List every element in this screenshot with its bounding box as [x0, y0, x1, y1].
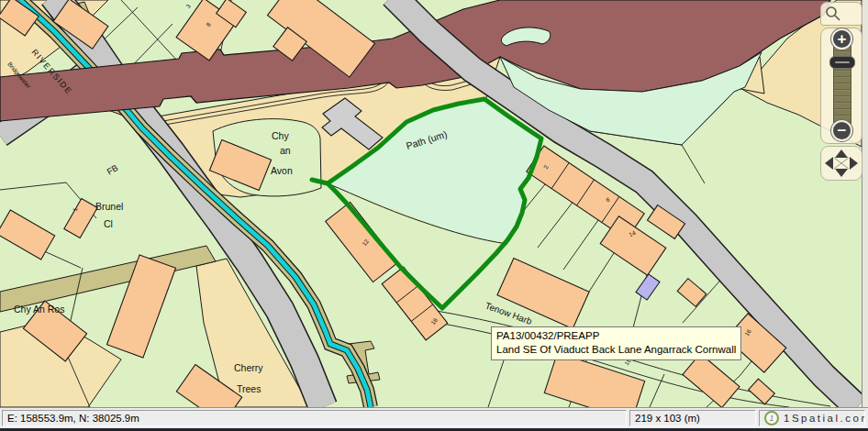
- zoom-slider-handle[interactable]: [829, 56, 855, 69]
- pan-down-button[interactable]: [835, 169, 848, 177]
- label-trees: Trees: [237, 383, 261, 394]
- pan-right-button[interactable]: [850, 157, 858, 170]
- label-an: an: [280, 145, 291, 156]
- map-extent: 219 x 103 (m): [629, 410, 756, 426]
- zoom-out-button[interactable]: −: [831, 120, 852, 141]
- cursor-coordinates: E: 158553.9m, N: 38025.9m: [2, 410, 627, 426]
- label-brunel: Brunel: [95, 201, 123, 212]
- tooltip-application-address: Land SE Of Viaduct Back Lane Angarrack C…: [496, 343, 736, 357]
- label-brunel-cl: Cl: [104, 218, 113, 229]
- window-right-edge: [862, 0, 868, 407]
- pan-arrows: [820, 146, 862, 181]
- zoom-in-button[interactable]: +: [831, 28, 852, 50]
- label-cherry: Cherry: [234, 362, 263, 373]
- gis-map-window: RIVERSIDE Bridgewater FB Brunel Cl Chy A…: [0, 0, 868, 431]
- status-bar: E: 158553.9m, N: 38025.9m 219 x 103 (m) …: [0, 407, 868, 428]
- search-icon: [821, 3, 862, 25]
- map-tooltip: PA13/00432/PREAPP Land SE Of Viaduct Bac…: [491, 326, 741, 360]
- brand-text: 1Spatial.com: [784, 411, 865, 426]
- tooltip-application-ref: PA13/00432/PREAPP: [496, 329, 736, 343]
- pan-up-button[interactable]: [835, 149, 848, 158]
- pan-left-button[interactable]: [825, 157, 833, 170]
- label-chy-an-ros: Chy An Ros: [14, 304, 64, 315]
- search-button[interactable]: [820, 2, 862, 26]
- label-avon: Avon: [271, 165, 293, 176]
- brand-link[interactable]: 1 1Spatial.com: [759, 410, 865, 426]
- label-chy: Chy: [272, 130, 289, 141]
- onespatial-logo-icon: 1: [764, 411, 779, 425]
